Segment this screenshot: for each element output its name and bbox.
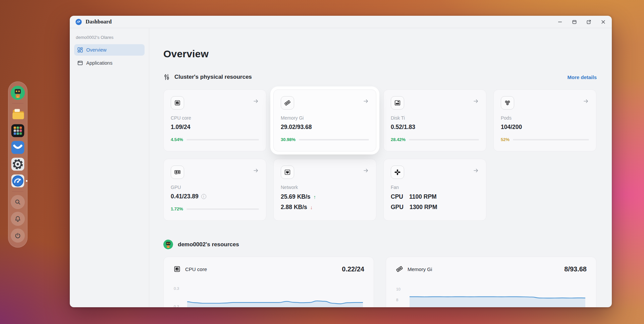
settings-app-icon[interactable] <box>11 157 25 171</box>
disk-card[interactable]: Disk Ti 0.52/1.83 28.42% <box>383 89 486 151</box>
arrow-right-icon[interactable] <box>473 98 479 106</box>
progress-track <box>299 139 369 140</box>
close-button[interactable] <box>600 19 606 24</box>
y-tick-label: 0.3 <box>174 286 179 290</box>
notifications-button[interactable] <box>11 212 25 226</box>
gpu-value: 0.41/23.89 <box>171 193 199 200</box>
sidebar: demo0002's Olares Overview <box>70 28 149 307</box>
chart-title: CPU core <box>185 266 207 272</box>
usage-percent: 30.98% <box>281 137 296 142</box>
maximize-button[interactable] <box>572 19 577 24</box>
gpu-card[interactable]: GPU 0.41/23.89 i 1.72% <box>163 159 266 221</box>
fan-icon <box>391 166 404 179</box>
area-chart-plot <box>410 283 585 307</box>
dashboard-window: Dashboard dem <box>70 16 612 307</box>
cpu-icon <box>171 96 184 110</box>
user-avatar[interactable] <box>11 86 25 100</box>
progress-track <box>409 139 479 140</box>
network-card[interactable]: Network 25.69 KB/s ↑ 2.88 KB/s ↓ <box>273 159 376 221</box>
y-tick-label: 0.2 <box>174 305 179 307</box>
card-label: CPU core <box>171 115 259 121</box>
arrow-up-icon: ↑ <box>314 194 316 200</box>
card-value: 0.52/1.83 <box>391 124 479 131</box>
arrow-right-icon[interactable] <box>253 98 259 106</box>
arrow-right-icon[interactable] <box>583 98 589 106</box>
memory-icon <box>281 96 294 110</box>
arrow-down-icon: ↓ <box>310 204 313 210</box>
workspace-label: demo0002's Olares <box>76 35 143 40</box>
cpu-icon <box>173 265 181 273</box>
open-in-new-button[interactable] <box>586 19 591 24</box>
user-charts-row: CPU core 0.22/24 0.30.2 <box>163 257 597 307</box>
download-speed: 2.88 KB/s <box>281 204 307 211</box>
minimize-icon <box>557 19 562 24</box>
user-avatar <box>163 240 173 249</box>
gpu-icon <box>171 166 184 179</box>
network-upload-row: 25.69 KB/s ↑ <box>281 193 369 200</box>
cpu-usage-chart: 0.30.2 <box>173 283 364 307</box>
card-label: GPU <box>171 185 259 190</box>
usage-percent: 4.54% <box>171 137 183 142</box>
card-value: 1.09/24 <box>171 124 259 131</box>
power-icon <box>14 232 21 239</box>
fan-row-value: 1100 RPM <box>409 193 437 200</box>
maximize-icon <box>572 19 577 24</box>
store-bag-icon <box>11 140 25 154</box>
files-app-icon[interactable] <box>11 107 25 121</box>
arrow-right-icon[interactable] <box>363 168 369 175</box>
sidebar-item-label: Applications <box>86 60 112 66</box>
usage-percent: 28.42% <box>391 137 406 142</box>
sliders-icon <box>163 74 170 80</box>
area-chart-plot <box>187 283 363 307</box>
info-icon[interactable]: i <box>201 194 206 199</box>
fan-card[interactable]: Fan CPU 1100 RPM GPU 1300 RPM <box>383 159 486 221</box>
arrow-right-icon[interactable] <box>473 168 479 175</box>
arrow-right-icon[interactable] <box>253 168 259 175</box>
chart-current-value: 8/93.68 <box>564 265 587 273</box>
chart-title: Memory Gi <box>408 266 432 272</box>
open-in-new-icon <box>586 19 591 24</box>
fan-row-label: GPU <box>391 204 404 211</box>
pods-icon <box>501 96 514 110</box>
minimize-button[interactable] <box>557 19 562 24</box>
memory-card[interactable]: Memory Gi 29.02/93.68 30.98% <box>273 89 376 151</box>
upload-speed: 25.69 KB/s <box>281 193 311 200</box>
y-axis-ticks: 1086 <box>396 283 408 307</box>
fan-cpu-row: CPU 1100 RPM <box>391 193 479 200</box>
dashboard-app-badge-icon <box>75 18 82 25</box>
cpu-card[interactable]: CPU core 1.09/24 4.54% <box>163 89 266 151</box>
more-details-link[interactable]: More details <box>567 74 597 80</box>
arrow-right-icon[interactable] <box>363 98 369 106</box>
card-label: Fan <box>391 185 479 190</box>
network-download-row: 2.88 KB/s ↓ <box>281 204 369 211</box>
main-content: Overview Cluster's physical resources Mo… <box>149 28 612 307</box>
fan-row-value: 1300 RPM <box>410 204 437 211</box>
applications-icon <box>77 60 83 66</box>
power-button[interactable] <box>11 229 25 243</box>
usage-percent: 52% <box>501 137 509 142</box>
cpu-usage-chart-card: CPU core 0.22/24 0.30.2 <box>163 257 374 307</box>
dock-divider <box>12 191 23 192</box>
sidebar-item-overview[interactable]: Overview <box>74 44 145 56</box>
card-label: Network <box>281 185 369 190</box>
user-section-header: demo0002's resources <box>163 240 597 249</box>
sidebar-item-label: Overview <box>86 47 106 53</box>
pods-card[interactable]: Pods 104/200 52% <box>493 89 596 151</box>
card-value: 0.41/23.89 i <box>171 193 259 200</box>
app-grid-icon <box>11 124 25 138</box>
overview-grid-icon <box>77 47 83 53</box>
dashboard-app-icon[interactable] <box>11 174 25 188</box>
y-axis-ticks: 0.30.2 <box>174 283 185 307</box>
page-title: Overview <box>163 48 597 60</box>
bell-icon <box>14 215 21 222</box>
fan-gpu-row: GPU 1300 RPM <box>391 204 479 211</box>
cluster-section-title: Cluster's physical resources <box>174 74 252 80</box>
sidebar-item-applications[interactable]: Applications <box>74 57 145 69</box>
robot-avatar-icon <box>11 86 25 100</box>
launchpad-icon[interactable] <box>11 124 25 138</box>
market-app-icon[interactable] <box>11 140 25 154</box>
robot-avatar-icon <box>163 240 173 249</box>
gauge-icon <box>11 174 25 188</box>
search-button[interactable] <box>11 195 25 209</box>
gear-icon <box>11 157 25 171</box>
